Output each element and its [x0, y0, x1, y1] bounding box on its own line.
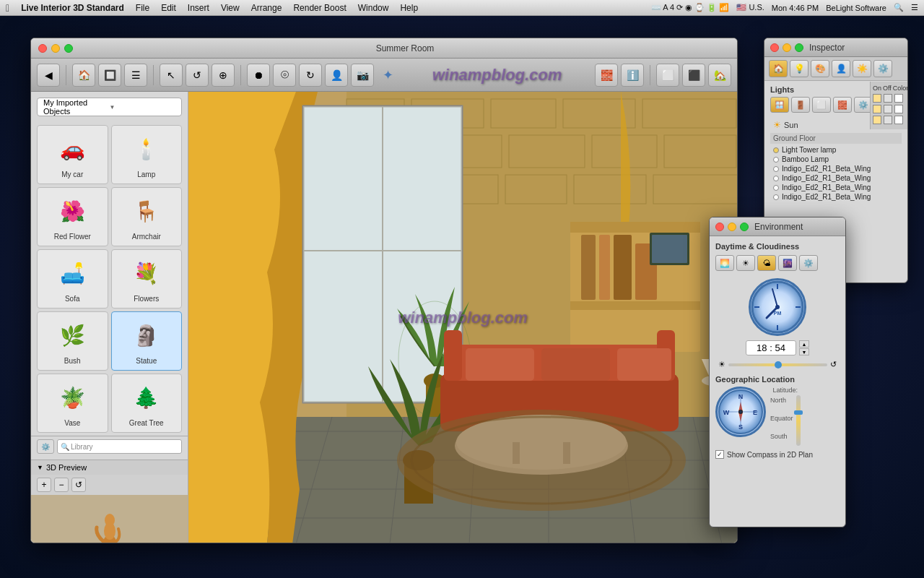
inspector-tab-paint[interactable]: 🎨 [811, 60, 829, 77]
apple-menu[interactable]:  [6, 2, 9, 14]
record-button[interactable]: ⏺ [247, 64, 270, 87]
settings-button[interactable]: ⚙️ [37, 439, 54, 454]
list-item[interactable]: 🛋️ Sofa [37, 249, 108, 309]
show-compass-row: ✓ Show Compass in 2D Plan [715, 450, 840, 459]
menu-render[interactable]: Render Boost [293, 3, 346, 13]
object-label: Red Flower [54, 233, 91, 241]
walk-button[interactable]: ↻ [299, 64, 322, 87]
svg-rect-48 [652, 235, 687, 263]
inspector-minimize[interactable] [783, 43, 791, 52]
light-list-item: Indigo_Ed2_R1_Beta_Wing [770, 192, 902, 202]
list-item[interactable]: 🗿 Statue [111, 311, 183, 371]
inspector-maximize[interactable] [795, 43, 803, 52]
light-name: Indigo_Ed2_R1_Beta_Wing [782, 174, 871, 182]
info-btn[interactable]: ℹ️ [621, 64, 644, 87]
inspector-tab-sun[interactable]: ☀️ [853, 60, 871, 77]
object-label: Armchair [132, 233, 161, 241]
time-stepper: ▲ ▼ [799, 340, 809, 355]
show-compass-checkbox[interactable]: ✓ [715, 450, 724, 459]
menu-edit[interactable]: Edit [161, 3, 176, 13]
object-thumb: 🚗 [52, 129, 92, 169]
object-thumb: 🗿 [126, 315, 167, 355]
floorplan-button[interactable]: 🏠 [72, 64, 95, 87]
env-maximize[interactable] [740, 223, 749, 231]
light-name: Indigo_Ed2_R1_Beta_Wing [782, 193, 871, 201]
light-icon-block[interactable]: ⬜ [812, 97, 831, 113]
light-color-swatch[interactable] [894, 116, 903, 124]
env-titlebar: Environment [710, 217, 845, 236]
time-increment-button[interactable]: ▲ [799, 340, 809, 348]
view-3d-btn[interactable]: ⬛ [682, 64, 705, 87]
back-button[interactable]: ◀ [37, 64, 60, 87]
view-house-btn[interactable]: 🏡 [708, 64, 731, 87]
refresh-button[interactable]: ↺ [71, 478, 86, 492]
menu-insert[interactable]: Insert [188, 3, 209, 13]
rotate-tool[interactable]: ↺ [186, 64, 209, 87]
env-btn-settings[interactable]: ⚙️ [799, 255, 818, 271]
menu-arrange[interactable]: Arrange [251, 3, 282, 13]
inspector-tab-person[interactable]: 👤 [832, 60, 850, 77]
light-color-swatch[interactable] [894, 105, 903, 113]
menu-file[interactable]: File [136, 3, 149, 13]
light-list-item: Indigo_Ed2_R1_Beta_Wing [770, 173, 902, 183]
search-icon[interactable]: 🔍 [894, 3, 904, 12]
inspector-tab-settings[interactable]: ⚙️ [873, 60, 892, 77]
menu-view[interactable]: View [221, 3, 240, 13]
list-item[interactable]: 🪴 Vase [37, 374, 108, 433]
zoom-button[interactable]: ⦾ [273, 64, 296, 87]
person-button[interactable]: 👤 [325, 64, 348, 87]
view-2d-btn[interactable]: ⬜ [656, 64, 679, 87]
env-close[interactable] [715, 223, 724, 231]
list-item[interactable]: 🪑 Armchair [111, 187, 183, 246]
objects-dropdown[interactable]: My Imported Objects ▼ [37, 98, 182, 116]
latitude-slider[interactable] [796, 395, 801, 446]
preview-toolbar: + − ↺ [31, 475, 188, 495]
list-item[interactable]: 🌺 Red Flower [37, 187, 108, 246]
inspector-close[interactable] [770, 43, 779, 52]
menu-help[interactable]: Help [400, 3, 418, 13]
list-item[interactable]: 🕯️ Lamp [111, 125, 183, 184]
env-btn-dawn[interactable]: 🌅 [715, 255, 734, 271]
light-icon-window[interactable]: 🪟 [770, 97, 789, 113]
svg-rect-41 [570, 222, 700, 233]
menu-icon[interactable]: ☰ [911, 3, 918, 12]
env-btn-day[interactable]: 🌤 [757, 255, 776, 271]
zoom-in-button[interactable]: + [37, 478, 51, 492]
maximize-button[interactable] [64, 44, 73, 53]
zoom-out-button[interactable]: − [54, 478, 69, 492]
env-btn-evening[interactable]: 🌆 [778, 255, 797, 271]
list-item[interactable]: 💐 Flowers [111, 249, 183, 309]
move-tool[interactable]: ⊕ [212, 64, 235, 87]
close-button[interactable] [38, 44, 47, 53]
menu-window[interactable]: Window [358, 3, 389, 13]
object-btn[interactable]: 🧱 [595, 64, 618, 87]
light-name: Light Tower lamp [782, 146, 836, 154]
light-on-icon [873, 105, 881, 113]
light-icon-wall[interactable]: 🧱 [833, 97, 852, 113]
select-tool[interactable]: ↖ [160, 64, 183, 87]
time-input[interactable] [746, 340, 796, 355]
status-icons: ⌨️ A 4 ⟳ ◉ ⌚ 🔋 📶 [651, 3, 730, 12]
env-minimize[interactable] [728, 223, 736, 231]
time-decrement-button[interactable]: ▼ [799, 348, 809, 355]
inspector-tab-light[interactable]: 💡 [790, 60, 808, 77]
light-icon-door[interactable]: 🚪 [791, 97, 810, 113]
sun-icon: ☀ [773, 120, 781, 130]
minimize-button[interactable] [51, 44, 60, 53]
env-btn-morning[interactable]: ☀ [736, 255, 755, 271]
us-flag: 🇺🇸 U.S. [736, 3, 764, 12]
camera-button[interactable]: 📷 [351, 64, 374, 87]
3d-view-button[interactable]: 🔲 [98, 64, 121, 87]
list-item[interactable]: 🌿 Bush [37, 311, 108, 371]
list-item[interactable]: 🚗 My car [37, 125, 108, 184]
preview-header[interactable]: ▼ 3D Preview [31, 460, 188, 475]
light-color-swatch[interactable] [894, 94, 903, 103]
compass-svg: N S W E [718, 389, 764, 435]
inspector-tab-materials[interactable]: 🏠 [769, 60, 788, 77]
menubar:  Live Interior 3D Standard File Edit In… [0, 0, 924, 16]
list-item[interactable]: 🌲 Great Tree [111, 374, 183, 433]
list-view-button[interactable]: ☰ [124, 64, 147, 87]
daytime-label: Daytime & Cloudiness [715, 242, 840, 251]
sidebar-toolbar: ⚙️ 🔍 Library [37, 439, 182, 454]
sun-slider[interactable] [728, 363, 827, 366]
